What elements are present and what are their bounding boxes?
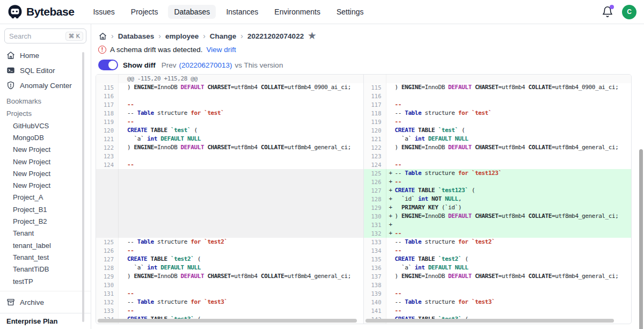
diff-row: 124-- xyxy=(96,160,363,169)
sidebar-scrollbar[interactable] xyxy=(82,52,84,322)
alert-message: A schema drift was detected. xyxy=(110,46,203,54)
diff-row: 117-- xyxy=(96,100,363,109)
diff-row: 134-- xyxy=(364,246,632,255)
sidebar-project-item[interactable]: Project_B2 xyxy=(0,215,91,227)
diff-row: 115) ENGINE=InnoDB DEFAULT CHARSET=utf8m… xyxy=(96,83,363,92)
diff-added-row: 130+) ENGINE=InnoDB DEFAULT CHARSET=utf8… xyxy=(364,212,632,221)
diff-placeholder-row xyxy=(96,169,363,178)
vs-this-version-label: vs This version xyxy=(235,61,283,69)
sidebar-item-archive[interactable]: Archive xyxy=(0,295,91,310)
sidebar-project-item[interactable]: tenant_label xyxy=(0,239,91,251)
show-diff-toggle[interactable] xyxy=(98,60,118,70)
vertical-scrollbar[interactable] xyxy=(639,149,643,329)
diff-row xyxy=(364,75,632,83)
nav-item-issues[interactable]: Issues xyxy=(87,5,120,19)
nav-item-instances[interactable]: Instances xyxy=(220,5,264,19)
sidebar-item-home[interactable]: Home xyxy=(0,48,91,63)
breadcrumb-version[interactable]: 20221202074022 xyxy=(247,32,304,40)
sidebar-project-item[interactable]: New Project xyxy=(0,179,91,191)
horizontal-scrollbar[interactable] xyxy=(98,319,357,323)
sidebar-project-item[interactable]: Project_B1 xyxy=(0,203,91,215)
main-content: › Databases › employee › Change › 202212… xyxy=(91,24,644,329)
diff-pane-current: 115) ENGINE=InnoDB DEFAULT CHARSET=utf8m… xyxy=(364,75,632,324)
horizontal-scrollbar[interactable] xyxy=(365,319,614,323)
prev-version-link[interactable]: (202206270013) xyxy=(179,61,232,69)
breadcrumb-separator: › xyxy=(158,32,161,40)
notifications-bell-icon[interactable] xyxy=(602,6,613,18)
user-avatar[interactable]: C xyxy=(622,5,636,19)
diff-row: 121 `a` int DEFAULT NULL xyxy=(364,135,632,143)
diff-row: 125-- Table structure for `test2` xyxy=(96,238,363,246)
diff-added-row: 131+ xyxy=(364,221,632,229)
bytebase-logo[interactable]: Bytebase xyxy=(8,4,74,19)
sidebar-project-item[interactable]: Tenant_test xyxy=(0,251,91,263)
schema-diff-panel: @@ -115,20 +115,28 @@115) ENGINE=InnoDB … xyxy=(96,74,632,324)
search-input[interactable] xyxy=(9,32,65,40)
diff-row: 123 xyxy=(364,152,632,160)
diff-row: 126-- xyxy=(96,246,363,255)
diff-row: 136 `a` int DEFAULT NULL xyxy=(364,264,632,272)
breadcrumb-employee[interactable]: employee xyxy=(165,32,199,40)
sidebar-item-label: Archive xyxy=(20,298,44,306)
diff-row: 118-- Table structure for `test` xyxy=(364,109,632,118)
diff-row: 120CREATE TABLE `test` ( xyxy=(96,126,363,135)
diff-row: 122) ENGINE=InnoDB DEFAULT CHARSET=utf8m… xyxy=(364,143,632,152)
diff-placeholder-row xyxy=(96,229,363,238)
sidebar-project-item[interactable]: New Project xyxy=(0,167,91,179)
breadcrumb: › Databases › employee › Change › 202212… xyxy=(91,24,644,40)
search-box[interactable]: ⌘ K xyxy=(4,28,86,43)
sidebar-project-item[interactable]: Project_A xyxy=(0,192,91,203)
breadcrumb-home-icon[interactable] xyxy=(99,32,107,40)
navbar-right: C xyxy=(602,5,636,19)
diff-row: 117-- xyxy=(364,100,632,109)
nav-item-databases[interactable]: Databases xyxy=(168,5,216,19)
diff-row: 123 xyxy=(96,152,363,160)
diff-placeholder-row xyxy=(96,186,363,195)
sidebar-item-anomaly-center[interactable]: Anomaly Center xyxy=(0,78,91,93)
bookmarks-section-header[interactable]: Bookmarks xyxy=(0,93,91,107)
projects-section-header[interactable]: Projects xyxy=(0,107,91,120)
nav-item-settings[interactable]: Settings xyxy=(331,5,370,19)
diff-row: 137) ENGINE=InnoDB DEFAULT CHARSET=utf8m… xyxy=(364,272,632,281)
diff-hunk-header: @@ -115,20 +115,28 @@ xyxy=(96,75,363,83)
sidebar-project-item[interactable]: testTP xyxy=(0,275,91,287)
breadcrumb-change[interactable]: Change xyxy=(210,32,237,40)
bookmark-star-icon[interactable]: ★ xyxy=(308,32,316,40)
diff-added-row: 129+ PRIMARY KEY (`id`) xyxy=(364,203,632,212)
diff-row: 131-- xyxy=(96,289,363,298)
diff-row: 133-- xyxy=(96,306,363,315)
sidebar-project-item[interactable]: GitHubVCS xyxy=(0,120,91,131)
sidebar-project-item[interactable]: TiDB Cloud xyxy=(0,287,91,291)
nav-item-projects[interactable]: Projects xyxy=(125,5,164,19)
diff-placeholder-row xyxy=(96,221,363,229)
diff-row: 116 xyxy=(364,92,632,100)
prev-label: Prev xyxy=(162,61,177,69)
archive-section: Archive xyxy=(0,291,91,313)
sidebar-project-item[interactable]: New Project xyxy=(0,156,91,167)
sidebar-item-label: Home xyxy=(20,52,39,60)
search-shortcut-badge: ⌘ K xyxy=(65,32,83,41)
sidebar-item-sql-editor[interactable]: SQL Editor xyxy=(0,63,91,78)
diff-row: 129) ENGINE=InnoDB DEFAULT CHARSET=utf8m… xyxy=(96,272,363,281)
sidebar: ⌘ K Home SQL Editor xyxy=(0,24,91,329)
sidebar-item-label: SQL Editor xyxy=(20,67,55,75)
nav-item-environments[interactable]: Environments xyxy=(268,5,326,19)
sidebar-project-item[interactable]: New Project xyxy=(0,144,91,156)
diff-row: 135CREATE TABLE `test2` ( xyxy=(364,255,632,264)
view-drift-link[interactable]: View drift xyxy=(207,46,236,54)
diff-row: 119-- xyxy=(364,118,632,126)
diff-row: 132-- Table structure for `test3` xyxy=(96,298,363,306)
diff-placeholder-row xyxy=(96,203,363,212)
primary-nav: IssuesProjectsDatabasesInstancesEnvironm… xyxy=(87,5,369,19)
breadcrumb-databases[interactable]: Databases xyxy=(118,32,155,40)
sidebar-project-item[interactable]: TenantTiDB xyxy=(0,264,91,275)
sidebar-project-item[interactable]: MongoDB xyxy=(0,131,91,143)
diff-added-row: 127+CREATE TABLE `test123` ( xyxy=(364,186,632,195)
breadcrumb-separator: › xyxy=(111,32,114,40)
diff-added-row: 128+ `id` int NOT NULL, xyxy=(364,195,632,203)
diff-row: 139-- xyxy=(364,289,632,298)
sidebar-item-label: Anomaly Center xyxy=(20,82,72,90)
diff-placeholder-row xyxy=(96,178,363,186)
sidebar-project-item[interactable]: Tenant xyxy=(0,228,91,239)
home-icon xyxy=(6,51,15,60)
